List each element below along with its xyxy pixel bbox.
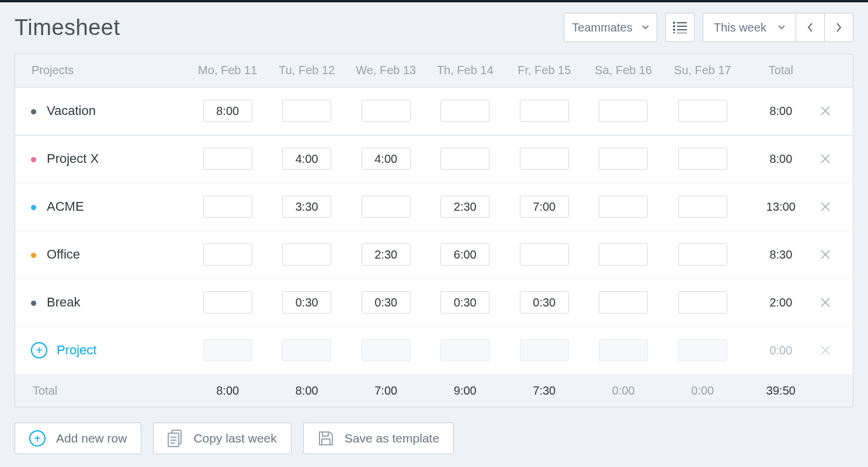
prev-period-button[interactable] bbox=[796, 13, 825, 42]
table-row: Vacation8:00 bbox=[15, 87, 853, 135]
time-input[interactable] bbox=[203, 148, 252, 170]
add-row-label: Add new row bbox=[56, 431, 127, 445]
time-input[interactable] bbox=[282, 291, 331, 313]
delete-row-button[interactable] bbox=[820, 183, 853, 231]
col-day: Th, Feb 14 bbox=[425, 54, 505, 87]
delete-row-button[interactable] bbox=[820, 326, 853, 374]
svg-point-4 bbox=[673, 29, 675, 30]
time-input[interactable] bbox=[520, 243, 569, 266]
svg-point-0 bbox=[673, 22, 675, 23]
time-input[interactable] bbox=[440, 148, 489, 170]
time-input[interactable] bbox=[520, 100, 569, 122]
add-project-cell[interactable]: +Project bbox=[15, 326, 188, 374]
row-total: 8:00 bbox=[742, 135, 820, 183]
copy-last-week-label: Copy last week bbox=[193, 431, 276, 445]
footer-total-label: Total bbox=[15, 374, 188, 407]
next-period-button[interactable] bbox=[824, 13, 853, 42]
time-input[interactable] bbox=[599, 100, 648, 122]
time-input[interactable] bbox=[282, 243, 331, 266]
time-input[interactable] bbox=[362, 243, 411, 266]
time-input[interactable] bbox=[440, 243, 489, 266]
footer-day-total: 0:00 bbox=[584, 374, 664, 407]
add-row-button[interactable]: + Add new row bbox=[15, 423, 141, 454]
time-input[interactable] bbox=[440, 196, 489, 218]
save-template-label: Save as template bbox=[345, 431, 439, 445]
time-input[interactable] bbox=[599, 291, 648, 313]
delete-row-button[interactable] bbox=[820, 231, 853, 278]
time-input[interactable] bbox=[678, 243, 727, 266]
project-color-dot bbox=[31, 253, 36, 258]
project-color-dot bbox=[31, 205, 36, 210]
project-color-dot bbox=[31, 109, 36, 114]
col-day: Tu, Feb 12 bbox=[267, 54, 346, 87]
time-input[interactable] bbox=[203, 196, 252, 218]
footer-day-total: 8:00 bbox=[267, 374, 346, 407]
col-day: Mo, Feb 11 bbox=[188, 54, 268, 87]
delete-row-button[interactable] bbox=[820, 135, 853, 183]
page-header: Timesheet Teammates bbox=[15, 2, 853, 54]
time-input[interactable] bbox=[520, 196, 569, 218]
time-input[interactable] bbox=[520, 291, 569, 313]
copy-icon bbox=[168, 430, 183, 447]
time-input[interactable] bbox=[362, 291, 411, 313]
plus-circle-icon: + bbox=[31, 342, 47, 358]
col-projects: Projects bbox=[15, 54, 188, 87]
time-input[interactable] bbox=[678, 196, 727, 218]
project-cell[interactable]: Project X bbox=[15, 135, 188, 183]
time-input[interactable] bbox=[203, 100, 252, 122]
close-icon bbox=[820, 106, 831, 116]
time-input[interactable] bbox=[362, 100, 411, 122]
col-day: We, Feb 13 bbox=[346, 54, 426, 87]
time-input bbox=[203, 339, 252, 361]
row-total: 2:00 bbox=[742, 278, 820, 326]
chevron-right-icon bbox=[836, 23, 842, 32]
footer-actions: + Add new row Copy last week bbox=[15, 407, 853, 467]
project-name: Office bbox=[47, 247, 80, 262]
time-input[interactable] bbox=[362, 148, 411, 170]
chevron-down-icon bbox=[642, 25, 649, 30]
footer-day-total: 7:00 bbox=[346, 374, 426, 407]
svg-rect-13 bbox=[322, 439, 330, 445]
teammates-dropdown[interactable]: Teammates bbox=[564, 13, 657, 42]
new-project-row: +Project0:00 bbox=[15, 326, 853, 374]
period-dropdown[interactable]: This week bbox=[703, 13, 796, 42]
time-input[interactable] bbox=[599, 243, 648, 266]
project-cell[interactable]: Vacation bbox=[15, 87, 188, 135]
project-cell[interactable]: ACME bbox=[15, 183, 188, 231]
delete-row-button[interactable] bbox=[820, 278, 853, 326]
project-color-dot bbox=[31, 301, 36, 306]
row-total: 0:00 bbox=[742, 326, 820, 374]
project-color-dot bbox=[31, 157, 36, 162]
svg-point-6 bbox=[673, 33, 675, 33]
project-cell[interactable]: Break bbox=[15, 278, 188, 326]
time-input[interactable] bbox=[203, 243, 252, 266]
time-input[interactable] bbox=[599, 196, 648, 218]
project-cell[interactable]: Office bbox=[15, 231, 188, 278]
delete-row-button[interactable] bbox=[820, 87, 853, 135]
time-input[interactable] bbox=[282, 100, 331, 122]
save-icon bbox=[318, 430, 334, 447]
time-input[interactable] bbox=[599, 148, 648, 170]
time-input[interactable] bbox=[678, 148, 727, 170]
copy-last-week-button[interactable]: Copy last week bbox=[153, 423, 291, 454]
time-input[interactable] bbox=[203, 291, 252, 313]
time-input[interactable] bbox=[520, 148, 569, 170]
footer-grand-total: 39:50 bbox=[742, 374, 820, 407]
col-total: Total bbox=[742, 54, 820, 87]
list-view-button[interactable] bbox=[665, 13, 695, 42]
time-input[interactable] bbox=[440, 100, 489, 122]
project-name: Break bbox=[47, 295, 80, 309]
table-row: ACME13:00 bbox=[15, 183, 853, 231]
time-input[interactable] bbox=[282, 148, 331, 170]
time-input[interactable] bbox=[678, 291, 727, 313]
footer-day-total: 7:30 bbox=[505, 374, 584, 407]
list-icon bbox=[673, 22, 687, 33]
time-input[interactable] bbox=[362, 196, 411, 218]
plus-circle-icon: + bbox=[29, 430, 46, 447]
header-controls: Teammates bbox=[564, 13, 853, 42]
time-input[interactable] bbox=[678, 100, 727, 122]
teammates-label: Teammates bbox=[572, 21, 632, 34]
time-input[interactable] bbox=[282, 196, 331, 218]
time-input[interactable] bbox=[440, 291, 489, 313]
save-template-button[interactable]: Save as template bbox=[303, 423, 454, 454]
